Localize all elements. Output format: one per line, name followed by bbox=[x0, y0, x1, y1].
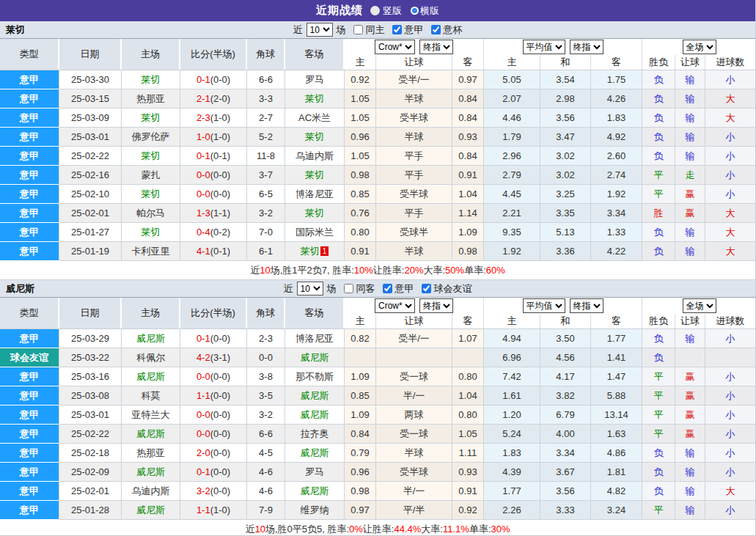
red-card-badge: 1 bbox=[320, 246, 329, 256]
cell-eh: 2.96 bbox=[484, 147, 540, 166]
cell-ea: 3.34 bbox=[591, 204, 642, 223]
table-row: 球会友谊25-03-22科佩尔4-2(3-1)0-0威尼斯6.964.561.4… bbox=[0, 348, 755, 367]
cell-ed: 2.98 bbox=[540, 89, 591, 109]
table-row: 意甲25-03-30莱切0-1(0-0)6-6罗马0.92受半/一0.975.0… bbox=[0, 70, 755, 89]
cell-corner: 5-2 bbox=[247, 128, 285, 147]
games-count-select[interactable]: 10 bbox=[297, 282, 323, 295]
header-euro-away: 客 bbox=[591, 314, 642, 328]
header-type: 类型 bbox=[0, 298, 59, 328]
cell-ah: 1.05 bbox=[345, 147, 376, 166]
cell-corner: 7-0 bbox=[247, 223, 285, 242]
cell-gl: 小 bbox=[705, 386, 756, 405]
cell-aa: 1.04 bbox=[452, 386, 484, 405]
asian-time-select[interactable]: 终指 bbox=[419, 40, 453, 54]
cell-corner: 3-5 bbox=[247, 386, 285, 405]
cell-hc: 输 bbox=[675, 482, 705, 501]
cell-ed: 3.67 bbox=[540, 463, 591, 482]
cell-date: 25-02-09 bbox=[59, 463, 122, 482]
cell-eh: 5.05 bbox=[484, 70, 540, 89]
cell-hc: 赢 bbox=[675, 425, 705, 444]
cell-ea: 2.60 bbox=[591, 147, 642, 166]
asian-source-select[interactable]: Crow* bbox=[375, 298, 415, 313]
cell-aa: 0.98 bbox=[452, 242, 484, 261]
cell-hc: 赢 bbox=[675, 386, 705, 405]
cell-gl: 小 bbox=[705, 425, 756, 444]
cell-hc: 输 bbox=[675, 89, 705, 109]
team-name: 罗马 bbox=[305, 466, 324, 479]
euro-time-select[interactable]: 终指 bbox=[570, 40, 603, 54]
cell-line: 两球 bbox=[376, 405, 452, 425]
cell-wdl: 平 bbox=[642, 425, 675, 444]
cell-ed: 3.47 bbox=[540, 128, 591, 147]
cup-checkbox[interactable] bbox=[431, 25, 441, 34]
radio-horizontal-layout[interactable]: 横版 bbox=[412, 4, 439, 18]
euro-source-select[interactable]: 平均值 bbox=[523, 40, 565, 54]
match-type-badge: 意甲 bbox=[0, 223, 59, 242]
same-venue-checkbox[interactable] bbox=[353, 25, 363, 34]
cell-score: 1-3(1-1) bbox=[180, 204, 247, 223]
cell-home: 威尼斯 bbox=[122, 367, 180, 386]
same-venue-checkbox[interactable] bbox=[344, 284, 353, 293]
games-count-select[interactable]: 10 bbox=[307, 23, 333, 37]
cell-home: 佛罗伦萨 bbox=[122, 128, 180, 147]
cell-date: 25-03-22 bbox=[59, 348, 122, 367]
match-type-badge: 意甲 bbox=[0, 109, 59, 128]
header-goals: 进球数 bbox=[705, 55, 756, 70]
euro-time-select[interactable]: 终指 bbox=[570, 298, 603, 313]
cell-away: 威尼斯 bbox=[285, 405, 345, 425]
team-name: 罗马 bbox=[305, 73, 324, 87]
cell-ea: 4.92 bbox=[591, 128, 642, 147]
cell-score: 1-1(0-0) bbox=[180, 386, 247, 405]
cell-hc: 赢 bbox=[675, 185, 705, 204]
cell-ah: 0.96 bbox=[345, 128, 376, 147]
result-scope-select[interactable]: 全场 bbox=[683, 40, 716, 54]
cell-score: 1-1(1-0) bbox=[180, 501, 247, 520]
team-name: 莱切 bbox=[305, 92, 324, 106]
asian-odds-selects: Crow* 终指 bbox=[345, 298, 484, 314]
cell-corner: 7-9 bbox=[247, 501, 285, 520]
cell-score: 4-2(3-1) bbox=[180, 348, 247, 367]
cell-ea: 3.24 bbox=[591, 501, 642, 520]
header-score: 比分(半场) bbox=[180, 298, 247, 328]
match-type-badge: 意甲 bbox=[0, 463, 59, 482]
header-corner: 角球 bbox=[247, 298, 285, 328]
league-checkbox[interactable] bbox=[383, 284, 392, 293]
cell-hc: 输 bbox=[675, 329, 705, 348]
halftime-score: (0-0) bbox=[210, 428, 230, 439]
near-label: 近 bbox=[284, 282, 293, 295]
radio-selected-icon[interactable] bbox=[370, 6, 380, 15]
cell-hc: 输 bbox=[675, 70, 705, 89]
halftime-score: (0-0) bbox=[210, 390, 230, 401]
euro-source-select[interactable]: 平均值 bbox=[523, 298, 565, 313]
radio-vertical-layout[interactable]: 竖版 bbox=[370, 4, 402, 18]
league-label: 意甲 bbox=[395, 282, 414, 295]
cell-gl: 小 bbox=[705, 367, 756, 386]
cell-corner: 4-6 bbox=[247, 463, 285, 482]
same-venue-label: 同客 bbox=[356, 282, 375, 295]
cup-checkbox[interactable] bbox=[422, 284, 431, 293]
cup-label: 意杯 bbox=[444, 23, 463, 37]
result-scope-select-wrap: 全场 bbox=[642, 298, 756, 314]
team-name: 国际米兰 bbox=[296, 226, 334, 239]
header-home: 主场 bbox=[122, 298, 180, 328]
asian-time-select[interactable]: 终指 bbox=[419, 298, 453, 313]
result-scope-select[interactable]: 全场 bbox=[683, 298, 716, 313]
halftime-score: (0-1) bbox=[210, 246, 230, 257]
cell-eh: 2.07 bbox=[484, 89, 540, 109]
cell-wdl: 平 bbox=[642, 185, 675, 204]
fulltime-score: 0-1 bbox=[197, 466, 210, 477]
cell-date: 25-02-01 bbox=[59, 482, 122, 501]
asian-source-select[interactable]: Crow* bbox=[375, 40, 415, 54]
cell-score: 0-0(0-0) bbox=[180, 185, 247, 204]
filter-controls: 近 10 场 同客 意甲 球会友谊 bbox=[284, 282, 472, 295]
cell-hc: 输 bbox=[675, 223, 705, 242]
cell-away: 罗马 bbox=[285, 70, 345, 89]
cell-aa: 1.07 bbox=[452, 329, 484, 348]
table-header: 类型 日期 主场 比分(半场) 角球 客场 Crow* 终指 平均值 终指 全场… bbox=[0, 297, 755, 329]
cell-line: 受半/一 bbox=[376, 329, 452, 348]
summary-segment: 30% bbox=[491, 524, 510, 535]
cell-wdl: 负 bbox=[642, 463, 675, 482]
halftime-score: (2-0) bbox=[210, 93, 230, 104]
radio-unselected-icon[interactable] bbox=[412, 8, 417, 13]
league-checkbox[interactable] bbox=[392, 25, 402, 34]
